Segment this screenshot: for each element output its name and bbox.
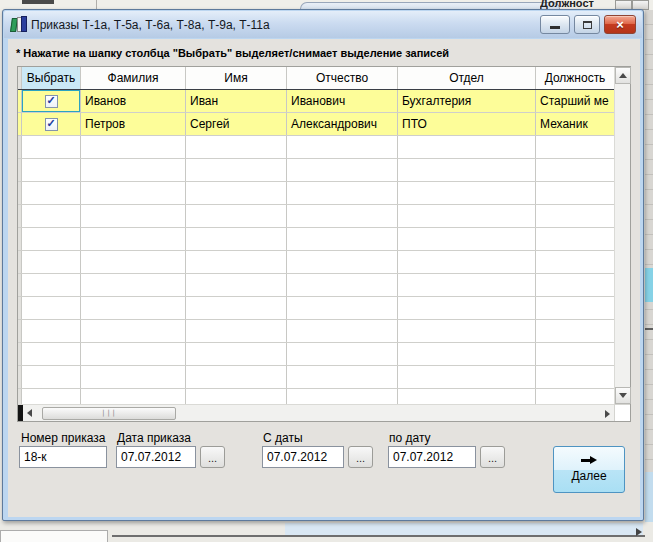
order-date-input[interactable] bbox=[116, 446, 196, 468]
cell-department: ПТО bbox=[398, 113, 536, 135]
table-row-empty bbox=[18, 159, 614, 182]
cell-middlename: Александрович bbox=[287, 113, 398, 135]
order-date-label: Дата приказа bbox=[117, 431, 191, 445]
arrow-up-icon bbox=[619, 73, 627, 78]
table-body: Выбрать Фамилия Имя Отчество Отдел Должн… bbox=[18, 67, 614, 404]
cell-firstname: Сергей bbox=[186, 113, 287, 135]
table-row-empty bbox=[18, 274, 614, 297]
cell-firstname: Иван bbox=[186, 90, 287, 112]
order-date-browse-button[interactable]: ... bbox=[200, 446, 225, 468]
scrollbar-thumb[interactable]: ||| bbox=[42, 407, 176, 420]
date-from-label: С даты bbox=[263, 431, 303, 445]
table-row-empty bbox=[18, 320, 614, 343]
arrow-left-icon[interactable] bbox=[27, 409, 32, 417]
background-column-label: Должност bbox=[540, 0, 612, 9]
background-arrow-icon bbox=[636, 528, 642, 536]
table-row-empty bbox=[18, 343, 614, 366]
arrow-down-icon bbox=[619, 393, 627, 398]
window-controls: × bbox=[540, 15, 636, 34]
background-highlight-cell bbox=[645, 268, 653, 302]
table-header-row: Выбрать Фамилия Имя Отчество Отдел Должн… bbox=[18, 67, 614, 90]
column-header-position[interactable]: Должность bbox=[536, 67, 614, 89]
orders-dialog-window: Приказы Т-1а, Т-5а, Т-6а, Т-8а, Т-9а, Т-… bbox=[2, 9, 644, 521]
background-text-fragment bbox=[22, 0, 54, 4]
date-to-browse-button[interactable]: ... bbox=[480, 446, 505, 468]
column-header-lastname[interactable]: Фамилия bbox=[81, 67, 186, 89]
close-button[interactable]: × bbox=[604, 15, 636, 34]
employees-table: Выбрать Фамилия Имя Отчество Отдел Должн… bbox=[17, 66, 631, 422]
cell-middlename: Иванович bbox=[287, 90, 398, 112]
check-icon: ✓ bbox=[46, 118, 55, 129]
background-window-right bbox=[645, 10, 653, 542]
date-from-browse-button[interactable]: ... bbox=[348, 446, 373, 468]
cell-lastname: Петров bbox=[81, 113, 186, 135]
splitter-handle[interactable] bbox=[18, 405, 23, 421]
next-button[interactable]: Далее bbox=[553, 446, 625, 493]
table-row[interactable]: ✓ Петров Сергей Александрович ПТО Механи… bbox=[18, 113, 614, 136]
cell-position: Старший ме bbox=[536, 90, 614, 112]
next-button-label: Далее bbox=[571, 469, 606, 483]
minimize-icon bbox=[550, 26, 560, 29]
cell-department: Бухгалтерия bbox=[398, 90, 536, 112]
table-row-empty bbox=[18, 182, 614, 205]
background-window-bottom bbox=[0, 522, 653, 542]
horizontal-scrollbar[interactable]: ||| bbox=[18, 404, 614, 421]
background-field bbox=[0, 530, 108, 542]
title-bar[interactable]: Приказы Т-1а, Т-5а, Т-6а, Т-8а, Т-9а, Т-… bbox=[4, 11, 642, 38]
background-divider bbox=[645, 328, 653, 330]
table-row-empty bbox=[18, 389, 614, 404]
table-row[interactable]: ✓ Иванов Иван Иванович Бухгалтерия Старш… bbox=[18, 90, 614, 113]
table-row-empty bbox=[18, 228, 614, 251]
table-row-empty bbox=[18, 297, 614, 320]
arrow-right-icon[interactable] bbox=[605, 410, 610, 418]
dialog-client-area: * Нажатие на шапку столбца "Выбрать" выд… bbox=[8, 39, 640, 517]
order-number-label: Номер приказа bbox=[21, 431, 105, 445]
table-row-empty bbox=[18, 251, 614, 274]
vertical-scrollbar[interactable] bbox=[614, 67, 630, 404]
select-cell: ✓ bbox=[22, 90, 81, 112]
scroll-up-button[interactable] bbox=[615, 67, 631, 84]
scrollbar-corner bbox=[614, 404, 630, 421]
column-header-firstname[interactable]: Имя bbox=[186, 67, 287, 89]
scroll-down-button[interactable] bbox=[615, 387, 631, 404]
cell-lastname: Иванов bbox=[81, 90, 186, 112]
table-row-empty bbox=[18, 366, 614, 389]
row-checkbox[interactable]: ✓ bbox=[45, 95, 58, 108]
books-icon bbox=[10, 17, 27, 32]
cell-position: Механик bbox=[536, 113, 614, 135]
close-icon: × bbox=[616, 18, 624, 31]
date-to-label: по дату bbox=[389, 431, 431, 445]
column-header-select[interactable]: Выбрать bbox=[22, 67, 81, 89]
select-cell: ✓ bbox=[22, 113, 81, 135]
date-to-input[interactable] bbox=[388, 446, 476, 468]
check-icon: ✓ bbox=[46, 95, 55, 106]
order-number-input[interactable] bbox=[19, 446, 107, 468]
maximize-icon bbox=[583, 21, 592, 29]
maximize-button[interactable] bbox=[574, 15, 600, 34]
hint-text: * Нажатие на шапку столбца "Выбрать" выд… bbox=[16, 47, 449, 59]
table-row-empty bbox=[18, 136, 614, 159]
date-from-input[interactable] bbox=[262, 446, 344, 468]
background-divider bbox=[112, 535, 645, 537]
grip-icon: ||| bbox=[101, 410, 117, 417]
column-header-middlename[interactable]: Отчество bbox=[287, 67, 398, 89]
table-row-empty bbox=[18, 205, 614, 228]
screen: Должност Приказы Т-1а, Т-5а, Т-6а, Т-8а,… bbox=[0, 0, 653, 542]
window-title: Приказы Т-1а, Т-5а, Т-6а, Т-8а, Т-9а, Т-… bbox=[27, 18, 270, 32]
column-header-department[interactable]: Отдел bbox=[398, 67, 536, 89]
minimize-button[interactable] bbox=[540, 15, 570, 34]
next-arrow-icon bbox=[581, 456, 597, 465]
row-checkbox[interactable]: ✓ bbox=[45, 118, 58, 131]
